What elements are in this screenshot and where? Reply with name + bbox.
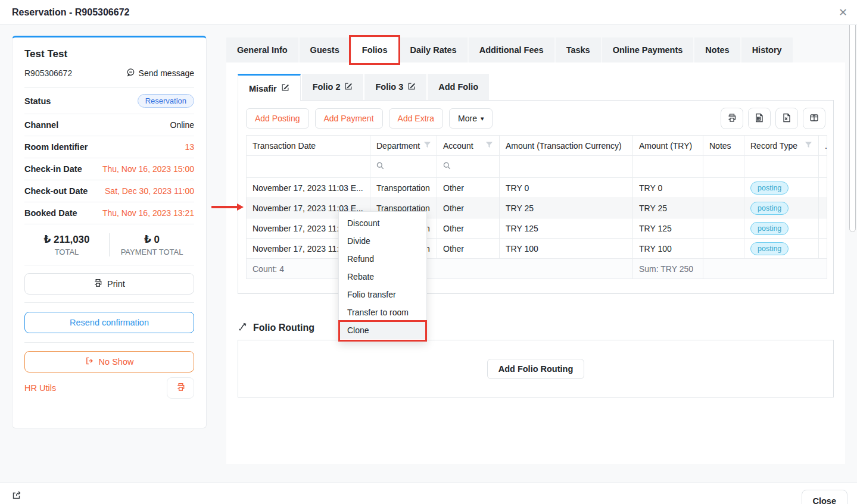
record-type-badge: posting [750,222,789,235]
totals-section: ₺ 211,030 TOTAL ₺ 0 PAYMENT TOTAL [24,224,194,265]
more-context-menu: Discount Divide Refund Rebate Folio tran… [338,211,427,342]
resend-confirmation-button[interactable]: Resend confirmation [24,312,194,333]
file-grid-icon [755,113,764,124]
add-extra-button[interactable]: Add Extra [389,108,443,129]
table-header-row: Transaction Date Department [247,136,827,156]
filter-funnel-icon[interactable] [423,141,431,151]
folio-tab-folio-3[interactable]: Folio 3 [364,74,426,100]
close-icon[interactable]: ✕ [839,7,847,18]
sign-out-icon [85,356,94,367]
hr-utils-label: HR Utils [24,383,56,393]
tab-guests[interactable]: Guests [300,37,350,62]
menu-item-clone[interactable]: Clone [339,321,426,339]
print-table-button[interactable] [721,108,743,129]
col-department[interactable]: Department [370,136,437,156]
more-button[interactable]: More ▾ [449,108,493,129]
reservation-modal: Reservation - R905306672 ✕ Test Test R90… [0,0,857,504]
no-show-button[interactable]: No Show [24,351,194,372]
hr-utils-print-button[interactable] [167,377,194,399]
modal-title: Reservation - R905306672 [12,7,129,18]
col-account[interactable]: Account [437,136,500,156]
col-record-type[interactable]: Record Type [744,136,819,156]
menu-item-divide[interactable]: Divide [339,232,426,250]
tab-notes[interactable]: Notes [694,37,740,62]
scrollbar-track[interactable] [849,0,857,504]
folio-tabs: Misafir Folio 2 Folio 3 [238,74,490,101]
add-folio-tab[interactable]: Add Folio [428,74,489,100]
scrollbar-thumb[interactable] [849,1,856,232]
booked-row: Booked Date Thu, Nov 16, 2023 13:21 [24,202,194,224]
tab-history[interactable]: History [741,37,793,62]
col-notes[interactable]: Notes [703,136,744,156]
close-button[interactable]: Close [802,490,848,504]
total-amount: ₺ 211,030 [24,233,109,246]
table-summary-row: Count: 4 Sum: TRY 250 [247,259,827,279]
folio-tab-folio-2[interactable]: Folio 2 [302,74,364,100]
status-row: Status Reservation [24,87,194,114]
record-type-badge: posting [750,202,789,215]
share-icon[interactable] [12,490,21,502]
room-identifier-row: Room Identifier 13 [24,136,194,158]
tab-folios[interactable]: Folios [351,37,398,62]
folios-panel: Misafir Folio 2 Folio 3 [226,62,845,464]
filter-record-type-input[interactable] [744,156,819,178]
checkout-row: Check-out Date Sat, Dec 30, 2023 11:00 [24,180,194,202]
filter-transaction-date[interactable] [247,156,370,178]
export-file-button[interactable] [748,108,771,129]
guest-summary-card: Test Test R905306672 Send message Status… [12,36,207,428]
edit-icon[interactable] [281,83,289,93]
chat-bubble-icon [126,68,135,79]
menu-item-transfer-to-room[interactable]: Transfer to room [339,303,426,321]
route-icon [238,322,248,334]
print-button[interactable]: Print [24,273,194,295]
filter-department-input[interactable] [370,156,437,178]
edit-icon[interactable] [407,82,416,92]
record-type-badge: posting [750,181,789,195]
column-chooser-button[interactable] [803,108,825,129]
filter-notes-input[interactable] [703,156,744,178]
filter-funnel-icon[interactable] [805,141,812,151]
printer-icon [727,113,737,124]
send-message-button[interactable]: Send message [126,68,194,79]
search-icon [376,162,384,171]
room-identifier-value[interactable]: 13 [185,142,194,152]
folio-routing-title: Folio Routing [238,322,314,334]
filter-funnel-icon[interactable] [485,141,493,151]
filter-amount-try-input[interactable] [633,156,703,178]
table-row[interactable]: November 17, 2023 11:03 E... Transportat… [247,218,827,239]
col-truncated[interactable]: .E [819,136,827,156]
filter-amount-tc-input[interactable] [500,156,633,178]
folio-tab-misafir[interactable]: Misafir [238,74,301,101]
printer-icon [94,278,102,289]
table-columns-icon [809,113,819,124]
search-icon [443,162,451,171]
file-x-icon [782,113,791,124]
add-posting-button[interactable]: Add Posting [246,108,309,129]
checkin-row: Check-in Date Thu, Nov 16, 2023 15:00 [24,158,194,180]
table-row[interactable]: November 17, 2023 11:03 E... Transportat… [247,239,827,259]
record-type-badge: posting [750,242,789,255]
tab-tasks[interactable]: Tasks [556,37,601,62]
table-row-highlighted[interactable]: November 17, 2023 11:03 E... Transportat… [247,198,827,218]
tab-general-info[interactable]: General Info [226,37,298,62]
printer-icon [176,383,185,393]
add-payment-button[interactable]: Add Payment [315,108,383,129]
tab-daily-rates[interactable]: Daily Rates [399,37,467,62]
tab-online-payments[interactable]: Online Payments [602,37,694,62]
menu-item-folio-transfer[interactable]: Folio transfer [339,286,426,303]
edit-icon[interactable] [344,82,353,92]
channel-row: Channel Online [24,114,194,136]
col-amount-try[interactable]: Amount (TRY) [633,136,703,156]
col-transaction-date[interactable]: Transaction Date [247,136,370,156]
filter-account-input[interactable] [437,156,500,178]
payment-total-amount: ₺ 0 [110,233,194,246]
menu-item-discount[interactable]: Discount [339,214,426,232]
excel-export-button[interactable] [775,108,798,129]
menu-item-refund[interactable]: Refund [339,250,426,268]
row-count: Count: 4 [247,259,633,279]
tab-additional-fees[interactable]: Additional Fees [469,37,554,62]
col-amount-transaction-currency[interactable]: Amount (Transaction Currency) [500,136,633,156]
menu-item-rebate[interactable]: Rebate [339,268,426,286]
add-folio-routing-button[interactable]: Add Folio Routing [487,359,585,379]
table-row[interactable]: November 17, 2023 11:03 E... Transportat… [247,178,827,198]
